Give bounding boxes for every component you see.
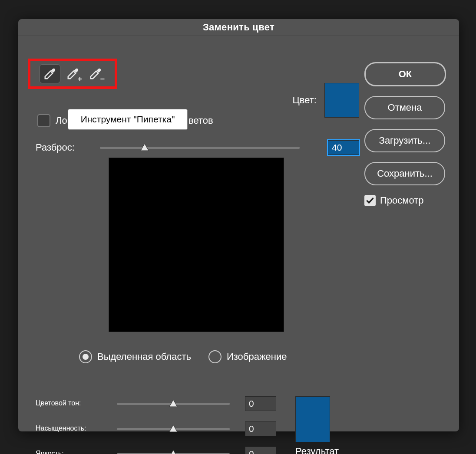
eyedropper-tool-group: + − <box>28 59 117 89</box>
replace-color-dialog: Заменить цвет ОК Отмена Загрузить... Сох… <box>18 19 459 431</box>
lightness-label: Яркость: <box>36 450 115 454</box>
eyedropper-tooltip: Инструмент "Пипетка" <box>68 109 188 130</box>
color-label: Цвет: <box>293 95 317 106</box>
fuzziness-row: Разброс: <box>36 142 359 153</box>
localized-clusters-row[interactable]: Ло <box>37 114 67 127</box>
preview-checkbox-row[interactable]: Просмотр <box>364 195 451 206</box>
save-button[interactable]: Сохранить... <box>364 162 445 185</box>
hue-slider[interactable] <box>117 403 230 405</box>
fuzziness-thumb[interactable] <box>140 143 149 151</box>
hue-label: Цветовой тон: <box>36 399 115 407</box>
preview-checkbox-label: Просмотр <box>380 195 423 206</box>
selection-preview <box>109 158 284 332</box>
source-color-row: Цвет: <box>293 83 359 118</box>
localized-clusters-label-suffix: ветов <box>188 115 213 126</box>
fuzziness-slider[interactable] <box>100 147 300 149</box>
saturation-slider[interactable] <box>117 428 230 430</box>
eyedropper-add-tool[interactable]: + <box>63 65 83 83</box>
load-button[interactable]: Загрузить... <box>364 129 445 152</box>
right-button-column: ОК Отмена Загрузить... Сохранить... Прос… <box>364 62 451 206</box>
fuzziness-field[interactable] <box>328 140 359 155</box>
hue-field[interactable] <box>245 396 276 411</box>
lightness-thumb[interactable] <box>169 449 178 454</box>
localized-clusters-checkbox[interactable] <box>37 114 50 127</box>
cancel-button[interactable]: Отмена <box>364 96 445 119</box>
radio-selection-label: Выделенная область <box>97 351 191 362</box>
plus-badge: + <box>77 75 82 83</box>
result-label: Результат <box>295 446 339 454</box>
source-color-swatch[interactable] <box>324 83 359 118</box>
preview-mode-image[interactable]: Изображение <box>208 350 287 363</box>
radio-selection[interactable] <box>79 350 92 363</box>
check-icon <box>366 196 374 205</box>
fuzziness-label: Разброс: <box>36 142 92 153</box>
preview-mode-row: Выделенная область Изображение <box>79 350 287 363</box>
eyedropper-subtract-tool[interactable]: − <box>86 65 106 83</box>
left-pane: + − Ло Инструмент "Пипетка" ветов Цвет: <box>28 59 359 431</box>
minus-badge: − <box>100 75 105 83</box>
preview-checkbox[interactable] <box>364 195 376 206</box>
lightness-field[interactable] <box>245 447 276 454</box>
separator <box>36 387 351 387</box>
dialog-title: Заменить цвет <box>18 19 459 36</box>
radio-image-label: Изображение <box>227 351 287 362</box>
preview-mode-selection[interactable]: Выделенная область <box>79 350 191 363</box>
ok-button[interactable]: ОК <box>364 62 446 86</box>
eyedropper-tool[interactable] <box>40 64 60 83</box>
saturation-field[interactable] <box>245 421 276 436</box>
result-color-swatch[interactable] <box>295 396 330 442</box>
radio-image[interactable] <box>208 350 221 363</box>
localized-clusters-label-prefix: Ло <box>56 115 67 126</box>
saturation-thumb[interactable] <box>169 424 178 433</box>
saturation-label: Насыщенность: <box>36 424 115 432</box>
eyedropper-icon <box>43 67 56 80</box>
hue-thumb[interactable] <box>169 399 178 408</box>
dialog-body: ОК Отмена Загрузить... Сохранить... Прос… <box>18 36 459 431</box>
